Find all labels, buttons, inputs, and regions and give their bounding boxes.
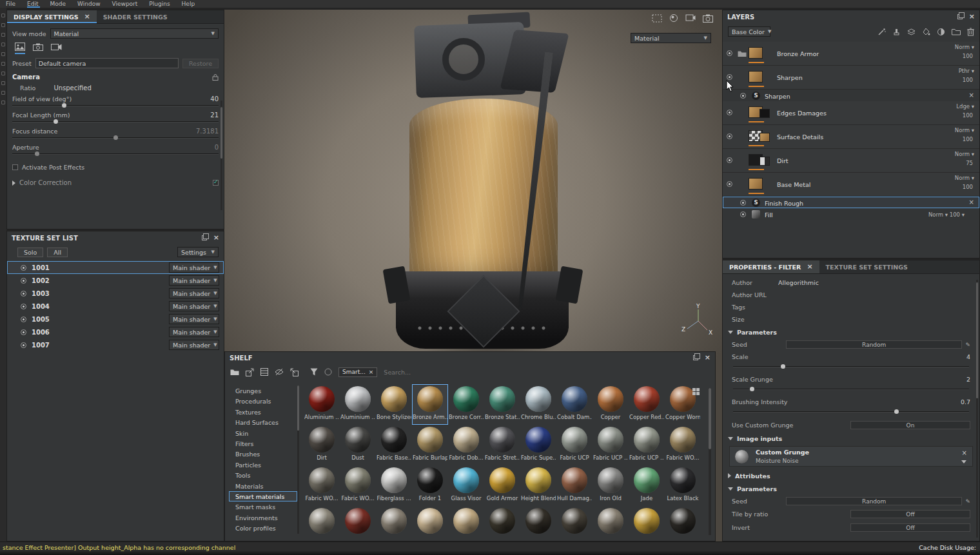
adjustment-icon[interactable]: [937, 28, 945, 36]
layer-name[interactable]: Bronze Armor: [777, 50, 819, 57]
fov-slider[interactable]: [12, 102, 219, 108]
scrollbar[interactable]: [976, 280, 978, 538]
effect-visibility-toggle[interactable]: [740, 200, 746, 206]
material-iron-old[interactable]: Iron Old: [593, 465, 629, 506]
material-fabric-burlap[interactable]: Fabric Burlap: [412, 425, 448, 465]
texture-set-row[interactable]: 1001 Main shader ▼: [7, 261, 224, 274]
material-bone-stylized[interactable]: Bone Stylized: [376, 384, 412, 425]
menu-item-window[interactable]: Window: [72, 0, 106, 8]
material-glass-visor[interactable]: Glass Visor: [448, 465, 484, 506]
shader-dropdown[interactable]: Main shader ▼: [169, 314, 219, 324]
material-fabric-wo-[interactable]: Fabric WO...: [340, 465, 376, 506]
settings-dropdown[interactable]: Settings ▼: [177, 247, 219, 257]
scale-value[interactable]: 4: [966, 353, 970, 360]
view-mode-select[interactable]: Material ▼: [50, 28, 219, 39]
material-partial[interactable]: [665, 506, 701, 541]
filter-chip-smart[interactable]: Smart... ×: [338, 367, 377, 377]
effect-visibility-toggle[interactable]: [740, 211, 746, 217]
scale-grunge-slider[interactable]: [733, 386, 969, 392]
shelf-category-tools[interactable]: Tools: [229, 470, 297, 480]
color-correction-checkbox[interactable]: ✓: [213, 180, 219, 186]
material-partial[interactable]: [376, 506, 412, 541]
brushing-intensity-slider[interactable]: [733, 409, 969, 414]
scrollbar[interactable]: [297, 385, 299, 534]
texture-set-row[interactable]: 1004 Main shader ▼: [7, 300, 224, 313]
remove-icon[interactable]: ×: [962, 449, 967, 456]
layer-visibility-toggle[interactable]: [727, 110, 732, 115]
shelf-category-skin[interactable]: Skin: [229, 428, 297, 438]
viewport-material-mode-dropdown[interactable]: Material ▼: [631, 33, 711, 43]
folder-icon[interactable]: [230, 369, 239, 376]
material-bronze-stat-[interactable]: Bronze Stat...: [484, 384, 520, 425]
layer-visibility-toggle[interactable]: [727, 181, 732, 187]
layer-blend-mode-dropdown[interactable]: Norm ▾: [955, 175, 974, 181]
scrollbar[interactable]: [220, 101, 222, 210]
effect-close-icon[interactable]: ×: [969, 92, 974, 99]
tool-icon[interactable]: [1, 72, 5, 75]
tool-icon[interactable]: [1, 23, 5, 27]
layer-visibility-toggle[interactable]: [727, 133, 732, 139]
material-copper[interactable]: Copper: [593, 384, 629, 425]
texture-set-row[interactable]: 1002 Main shader ▼: [7, 274, 224, 287]
shelf-category-smart-materials[interactable]: Smart materials: [229, 491, 297, 501]
shelf-category-environments[interactable]: Environments: [229, 512, 297, 523]
layer-blend-mode-dropdown[interactable]: Pthr ▾: [959, 68, 974, 74]
trash-icon[interactable]: [967, 28, 974, 36]
layer-row[interactable]: Base Metal Norm ▾ 100: [723, 173, 979, 197]
custom-grunge-resource[interactable]: Moisture Noise: [756, 458, 799, 464]
effect-close-icon[interactable]: ×: [969, 199, 974, 206]
fill-layer-icon[interactable]: [922, 28, 930, 36]
material-folder-1[interactable]: Folder 1: [412, 465, 448, 506]
image-inputs-section-header[interactable]: Image inputs: [723, 432, 979, 445]
effects-wand-icon[interactable]: [877, 28, 886, 36]
texture-set-visibility-icon[interactable]: [21, 278, 26, 284]
layer-thumbnail[interactable]: [749, 47, 763, 59]
effect-blend-opacity[interactable]: Norm ▾ 100 ▾: [928, 211, 965, 218]
layer-blend-mode-dropdown[interactable]: Norm ▾: [955, 127, 974, 133]
layer-opacity-value[interactable]: 75: [966, 160, 973, 166]
shader-dropdown[interactable]: Main shader ▼: [169, 327, 219, 337]
menu-item-file[interactable]: File: [0, 0, 21, 8]
menu-item-mode[interactable]: Mode: [44, 0, 72, 8]
close-icon[interactable]: ×: [213, 235, 219, 241]
material-cobalt-dam-[interactable]: Cobalt Dam...: [556, 384, 593, 425]
layer-thumbnail[interactable]: [749, 71, 763, 83]
layer-effect-row[interactable]: Fill Norm ▾ 100 ▾: [723, 208, 979, 220]
shelf-category-textures[interactable]: Textures: [229, 407, 297, 417]
fov-value[interactable]: 40: [210, 95, 219, 102]
add-layer-icon[interactable]: [907, 28, 916, 36]
seed-random-button[interactable]: Random: [786, 340, 962, 349]
layer-opacity-value[interactable]: 100: [963, 184, 973, 190]
shader-dropdown[interactable]: Main shader ▼: [169, 262, 219, 273]
preset-input[interactable]: [35, 58, 179, 68]
material-fiberglass-[interactable]: Fiberglass ...: [376, 465, 412, 506]
color-correction-label[interactable]: Color Correction: [19, 179, 72, 186]
menu-item-help[interactable]: Help: [176, 0, 201, 8]
seed2-random-button[interactable]: Random: [786, 497, 962, 505]
shader-dropdown[interactable]: Main shader ▼: [169, 275, 219, 286]
material-chrome-blu-[interactable]: Chrome Blu...: [520, 384, 556, 425]
effect-name[interactable]: Fill: [765, 211, 773, 219]
attributes-section-header[interactable]: Attributes: [723, 469, 979, 482]
shelf-category-brushes[interactable]: Brushes: [229, 449, 297, 459]
close-icon[interactable]: ×: [969, 14, 975, 20]
texture-set-visibility-icon[interactable]: [21, 265, 26, 271]
layer-name[interactable]: Base Metal: [777, 181, 810, 188]
material-partial[interactable]: [520, 506, 556, 541]
parameters2-section-header[interactable]: Parameters: [723, 482, 979, 495]
layer-visibility-toggle[interactable]: [727, 157, 732, 163]
filter-funnel-icon[interactable]: [310, 368, 318, 376]
edit-pencil-icon[interactable]: ✎: [965, 342, 970, 348]
layer-blend-mode-dropdown[interactable]: Norm ▾: [955, 44, 974, 50]
perspective-icon[interactable]: [652, 14, 662, 23]
anchor-point-icon[interactable]: [892, 28, 901, 36]
layer-row[interactable]: Bronze Armor Norm ▾ 100: [723, 42, 979, 66]
layer-row[interactable]: Sharpen Pthr ▾ 100: [723, 66, 979, 90]
export-icon[interactable]: [246, 368, 254, 376]
tool-icon[interactable]: [1, 101, 5, 104]
effect-name[interactable]: Finish Rough: [765, 200, 803, 207]
search-input[interactable]: [384, 369, 461, 376]
parameters-section-header[interactable]: Parameters: [723, 326, 979, 338]
material-fabric-dob-[interactable]: Fabric Dob...: [448, 425, 484, 465]
display-settings-icon[interactable]: [685, 14, 696, 23]
